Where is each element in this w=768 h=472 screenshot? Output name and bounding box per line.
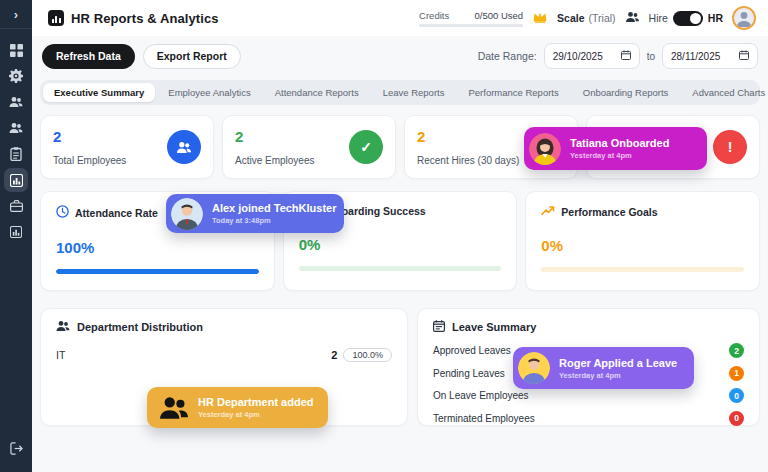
- people-icon[interactable]: [625, 9, 640, 27]
- total-employees-value: 2: [53, 128, 126, 145]
- sidebar-item-reports[interactable]: [4, 168, 28, 192]
- woman-avatar: [529, 133, 561, 165]
- app-brand: HR Reports & Analytics: [48, 10, 219, 26]
- tab-advanced-charts[interactable]: Advanced Charts: [681, 83, 768, 102]
- sidebar-item-analytics[interactable]: [4, 220, 28, 244]
- sidebar-expand-chevron-icon[interactable]: ›: [14, 0, 18, 28]
- page-title: HR Reports & Analytics: [71, 11, 219, 26]
- man-avatar: [171, 198, 203, 230]
- plan-badge[interactable]: Scale (Trial): [557, 12, 615, 24]
- toast-time: Yesterday at 4pm: [198, 410, 314, 419]
- date-range-label: Date Range:: [478, 50, 537, 62]
- people-icon: [9, 96, 23, 108]
- calendar-icon: [433, 320, 445, 334]
- attendance-rate-title: Attendance Rate: [75, 207, 158, 219]
- tab-performance-reports[interactable]: Performance Reports: [457, 83, 569, 102]
- onboarding-progress-bar: [299, 266, 502, 271]
- sidebar-item-tasks[interactable]: [4, 142, 28, 166]
- toast-title: Tatiana Onboarded: [570, 137, 669, 149]
- plan-name: Scale: [557, 12, 584, 24]
- credits-used: 0/500 Used: [474, 10, 523, 21]
- toast-title: Alex joined TechKluster: [212, 202, 337, 214]
- performance-goals-value: 0%: [541, 237, 744, 254]
- attendance-progress-bar: [56, 269, 259, 274]
- active-employees-value: 2: [235, 128, 314, 145]
- topbar-right: Credits 0/500 Used Scale (Trial) Hire HR: [419, 6, 756, 30]
- pending-leaves-count-badge: 1: [729, 366, 744, 381]
- recent-hires-label: Recent Hires (30 days): [417, 155, 519, 166]
- metric-cards-row: Attendance Rate 100% Onboarding Success …: [40, 191, 760, 291]
- sidebar: ›: [0, 0, 32, 472]
- sidebar-item-settings[interactable]: [4, 64, 28, 88]
- stat-card-active-employees: 2 Active Employees ✓: [222, 115, 396, 179]
- bar-chart-icon: [10, 174, 23, 187]
- credits-label: Credits: [419, 10, 449, 21]
- department-name: IT: [56, 349, 65, 361]
- people-icon: [9, 122, 23, 134]
- active-employees-label: Active Employees: [235, 155, 314, 166]
- logout-icon: [10, 442, 23, 455]
- toast-roger-leave[interactable]: Roger Applied a Leave Yesterday at 4pm: [513, 347, 694, 389]
- sidebar-item-employees[interactable]: [4, 90, 28, 114]
- hire-hr-toggle[interactable]: [673, 11, 703, 26]
- bar-chart-icon: [10, 226, 22, 238]
- refresh-data-button[interactable]: Refresh Data: [42, 44, 135, 69]
- tab-onboarding-reports[interactable]: Onboarding Reports: [572, 83, 680, 102]
- terminated-count-badge: 0: [729, 411, 744, 426]
- user-avatar[interactable]: [732, 6, 756, 30]
- clipboard-icon: [10, 147, 22, 161]
- recent-hires-value: 2: [417, 128, 519, 145]
- toast-hr-department-added[interactable]: HR Department added Yesterday at 4pm: [147, 387, 328, 428]
- toast-time: Yesterday at 4pm: [559, 371, 677, 380]
- attendance-rate-value: 100%: [56, 239, 259, 256]
- department-distribution-title: Department Distribution: [77, 321, 203, 333]
- calendar-icon: [739, 50, 749, 62]
- performance-goals-title: Performance Goals: [561, 206, 657, 218]
- calendar-icon: [621, 50, 631, 62]
- on-leave-count-badge: 0: [729, 388, 744, 403]
- approved-leaves-count-badge: 2: [729, 343, 744, 358]
- department-percent-badge: 100.0%: [343, 348, 392, 362]
- credits-progress-bar: [419, 24, 523, 27]
- stat-card-total-employees: 2 Total Employees: [40, 115, 214, 179]
- tab-executive-summary[interactable]: Executive Summary: [43, 83, 155, 102]
- plan-trial-label: (Trial): [589, 12, 616, 24]
- department-count: 2: [331, 349, 337, 361]
- sidebar-item-logout[interactable]: [4, 436, 28, 460]
- hr-mode-label: HR: [708, 12, 723, 24]
- total-employees-label: Total Employees: [53, 155, 126, 166]
- date-to-input[interactable]: 28/11/2025: [662, 43, 758, 69]
- sidebar-item-teams[interactable]: [4, 116, 28, 140]
- performance-goals-card: Performance Goals 0%: [525, 191, 760, 291]
- tab-leave-reports[interactable]: Leave Reports: [372, 83, 456, 102]
- leave-row-on-leave: On Leave Employees 0: [433, 388, 744, 403]
- crown-icon: [532, 9, 548, 27]
- date-range-separator: to: [647, 51, 655, 62]
- dashboard-grid-icon: [10, 44, 23, 57]
- onboarding-success-value: 0%: [299, 236, 502, 253]
- alert-icon: !: [713, 130, 747, 164]
- toast-alex-joined[interactable]: Alex joined TechKluster Today at 3:48pm: [166, 194, 344, 233]
- hire-label: Hire: [649, 12, 668, 24]
- main-content: HR Reports & Analytics Credits 0/500 Use…: [32, 0, 768, 472]
- leave-summary-title: Leave Summary: [452, 321, 536, 333]
- tab-employee-analytics[interactable]: Employee Analytics: [157, 83, 261, 102]
- sidebar-item-jobs[interactable]: [4, 194, 28, 218]
- toast-title: Roger Applied a Leave: [559, 357, 677, 369]
- performance-progress-bar: [541, 267, 744, 272]
- people-icon: [56, 320, 70, 334]
- gear-icon: [9, 69, 23, 83]
- sidebar-item-dashboard[interactable]: [4, 38, 28, 62]
- export-report-button[interactable]: Export Report: [143, 44, 241, 69]
- man-avatar: [518, 352, 550, 384]
- credits-meter: Credits 0/500 Used: [419, 10, 523, 27]
- toast-tatiana-onboarded[interactable]: Tatiana Onboarded Yesterday at 4pm: [524, 127, 707, 170]
- date-range-group: Date Range: 29/10/2025 to 28/11/2025: [478, 43, 758, 69]
- check-icon: ✓: [349, 130, 383, 164]
- people-icon: [159, 395, 189, 421]
- toggle-knob: [690, 13, 701, 24]
- tab-attendance-reports[interactable]: Attendance Reports: [264, 83, 370, 102]
- sidebar-divider: [0, 28, 32, 29]
- toast-time: Today at 3:48pm: [212, 216, 337, 225]
- date-from-input[interactable]: 29/10/2025: [544, 43, 640, 69]
